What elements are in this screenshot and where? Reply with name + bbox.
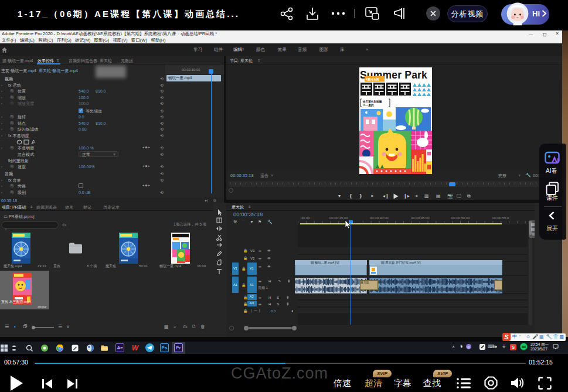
svg-text:又一夏的: 又一夏的	[362, 103, 374, 107]
svg-text:炎天堇色彩斑斓: 炎天堇色彩斑斓	[363, 100, 382, 104]
svg-text:#夏日乐园: #夏日乐园	[366, 77, 379, 81]
